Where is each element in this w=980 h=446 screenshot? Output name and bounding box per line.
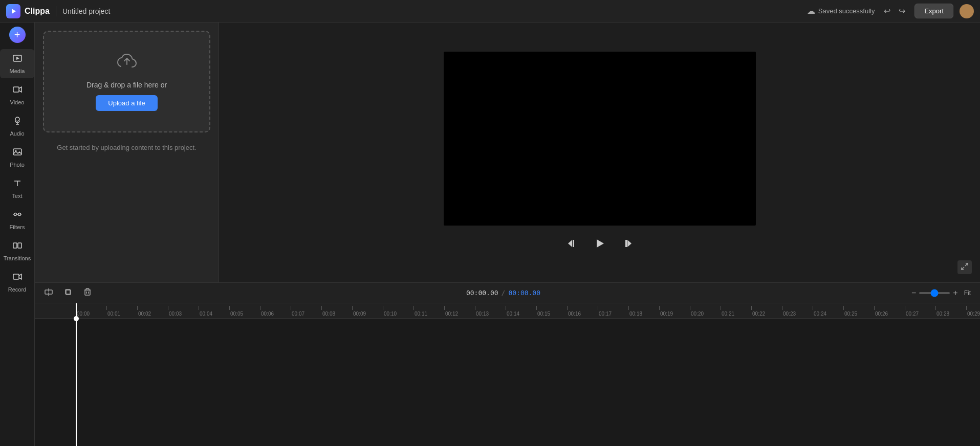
text-icon <box>12 178 23 191</box>
sidebar-item-audio[interactable]: Audio <box>0 112 34 141</box>
avatar[interactable] <box>960 4 974 18</box>
skip-back-button[interactable] <box>564 236 580 254</box>
sidebar: + Media Video <box>0 23 35 446</box>
ruler-mark: 00:23 <box>782 306 813 319</box>
ruler-mark: 00:28 <box>935 306 966 319</box>
zoom-controls: − + Fit <box>911 288 974 298</box>
ruler-mark: 00:10 <box>383 306 413 319</box>
sidebar-item-photo[interactable]: Photo <box>0 143 34 172</box>
svg-point-4 <box>15 117 19 121</box>
upload-drag-text: Drag & drop a file here or <box>86 81 167 89</box>
sidebar-item-transitions-label: Transitions <box>4 255 31 261</box>
logo-icon <box>6 4 20 18</box>
sidebar-item-filters[interactable]: Filters <box>0 205 34 234</box>
content-row: Drag & drop a file here or Upload a file… <box>35 23 980 282</box>
ruler-mark: 00:14 <box>506 306 536 319</box>
ruler-mark: 00:05 <box>229 306 260 319</box>
sidebar-item-video[interactable]: Video <box>0 80 34 109</box>
photo-icon <box>12 147 23 160</box>
sidebar-item-text[interactable]: Text <box>0 174 34 203</box>
svg-marker-0 <box>12 9 16 14</box>
playhead-line <box>76 319 77 446</box>
svg-point-11 <box>14 213 16 216</box>
ruler-mark: 00:06 <box>260 306 291 319</box>
delete-tool-button[interactable] <box>80 285 95 301</box>
redo-button[interactable]: ↪ <box>896 4 908 18</box>
sidebar-item-transitions[interactable]: Transitions <box>0 236 34 265</box>
ruler-mark: 00:04 <box>199 306 229 319</box>
add-media-button[interactable]: + <box>9 27 26 43</box>
zoom-in-button[interactable]: + <box>953 288 957 298</box>
ruler-mark: 00:00 <box>76 306 106 319</box>
ruler-mark: 00:15 <box>536 306 567 319</box>
ruler-mark: 00:25 <box>843 306 874 319</box>
expand-button[interactable] <box>957 260 972 274</box>
sidebar-item-media-label: Media <box>10 68 25 74</box>
main-layout: + Media Video <box>0 23 980 446</box>
total-time: 00:00.00 <box>508 289 540 297</box>
sidebar-item-media[interactable]: Media <box>0 49 34 78</box>
svg-marker-19 <box>568 240 572 247</box>
upload-file-button[interactable]: Upload a file <box>96 95 157 111</box>
playhead-head <box>74 316 79 321</box>
duplicate-tool-button[interactable] <box>60 285 76 301</box>
time-separator: / <box>502 289 506 297</box>
svg-rect-7 <box>13 149 21 155</box>
zoom-out-button[interactable]: − <box>911 288 916 298</box>
player-controls <box>564 236 635 254</box>
ruler-mark: 00:08 <box>321 306 352 319</box>
export-button[interactable]: Export <box>914 4 953 18</box>
sidebar-item-text-label: Text <box>12 193 22 199</box>
split-tool-button[interactable] <box>41 285 56 301</box>
undo-redo-group: ↩ ↪ <box>881 4 908 18</box>
saved-status-text: Saved successfully <box>818 7 875 15</box>
upload-area[interactable]: Drag & drop a file here or Upload a file <box>43 31 210 132</box>
sidebar-item-record-label: Record <box>8 286 26 293</box>
ruler-mark: 00:20 <box>690 306 721 319</box>
project-title[interactable]: Untitled project <box>62 7 110 15</box>
sidebar-item-record[interactable]: Record <box>0 267 34 297</box>
sidebar-item-video-label: Video <box>10 99 25 105</box>
media-panel: Drag & drop a file here or Upload a file… <box>35 23 219 282</box>
current-time: 00:00.00 <box>466 289 498 297</box>
logo-text: Clippa <box>25 7 50 16</box>
ruler-mark: 00:21 <box>721 306 751 319</box>
ruler-mark: 00:09 <box>352 306 383 319</box>
svg-point-12 <box>18 213 20 216</box>
ruler-mark: 00:27 <box>905 306 935 319</box>
svg-rect-16 <box>13 243 17 248</box>
play-button[interactable] <box>592 236 607 254</box>
ruler-mark: 00:17 <box>598 306 628 319</box>
timeline-ruler: 00:0000:0100:0200:0300:0400:0500:0600:07… <box>35 303 980 319</box>
sidebar-item-filters-label: Filters <box>10 224 25 230</box>
ruler-mark: 00:26 <box>874 306 905 319</box>
fit-button[interactable]: Fit <box>961 288 974 298</box>
skip-forward-button[interactable] <box>620 236 635 254</box>
upload-cloud-icon <box>117 52 137 75</box>
transitions-icon <box>12 240 23 253</box>
ruler-mark: 00:07 <box>291 306 321 319</box>
zoom-slider[interactable] <box>919 292 950 294</box>
preview-area <box>219 23 980 282</box>
ruler-mark: 00:22 <box>751 306 782 319</box>
video-icon <box>12 84 23 97</box>
svg-marker-21 <box>597 239 604 248</box>
ruler-mark: 00:24 <box>813 306 843 319</box>
undo-button[interactable]: ↩ <box>881 4 894 18</box>
get-started-text: Get started by uploading content to this… <box>43 143 210 153</box>
sidebar-item-audio-label: Audio <box>10 130 24 137</box>
saved-status: ☁ Saved successfully <box>807 6 875 16</box>
media-icon <box>12 53 23 66</box>
ruler-mark: 00:03 <box>168 306 199 319</box>
timeline-body[interactable] <box>35 319 980 446</box>
ruler-mark: 00:01 <box>106 306 137 319</box>
timeline-toolbar: 00:00.00 / 00:00.00 − + Fit <box>35 283 980 303</box>
svg-rect-30 <box>85 290 90 295</box>
svg-rect-3 <box>13 87 19 92</box>
svg-marker-22 <box>627 240 631 247</box>
header: Clippa Untitled project ☁ Saved successf… <box>0 0 980 23</box>
svg-rect-18 <box>13 274 19 279</box>
sidebar-item-photo-label: Photo <box>10 162 25 168</box>
ruler-mark: 00:16 <box>567 306 598 319</box>
ruler-mark: 00:12 <box>444 306 475 319</box>
